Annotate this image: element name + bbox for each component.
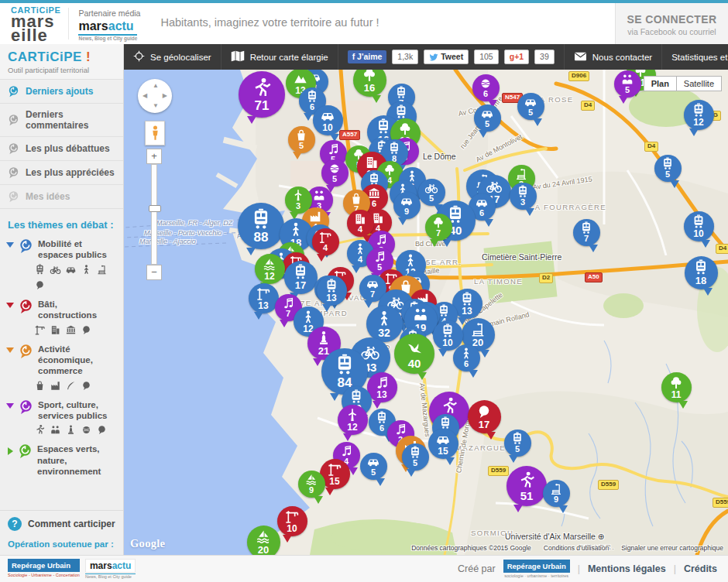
map-marker-ped[interactable]: 6	[453, 344, 480, 371]
speech-icon	[34, 279, 46, 291]
transit-icon	[393, 104, 409, 120]
runner-icon	[34, 424, 46, 436]
map-marker-transit[interactable]: 3	[510, 183, 537, 210]
map-marker-crane[interactable]: 10	[277, 506, 307, 536]
theme-item[interactable]: Activité économique, commerce	[0, 339, 123, 395]
google-logo: Google	[130, 537, 165, 550]
credits-link[interactable]: Crédits	[684, 563, 717, 574]
map-marker-car[interactable]: 9	[393, 192, 421, 219]
reperage-urbain-logo[interactable]: Repérage Urbain Sociologie - Urbanisme -…	[8, 559, 80, 577]
map-marker-tree[interactable]: 16	[353, 70, 386, 97]
zoom-in-button[interactable]: +	[146, 149, 162, 164]
stats-button[interactable]: Statistiques et listes	[662, 44, 728, 70]
pan-left-icon[interactable]: ◀	[143, 93, 147, 99]
map-marker-transit[interactable]: 5	[654, 155, 682, 182]
marsactu-logo[interactable]: marsactu News, Blog et City guide	[78, 20, 137, 42]
facebook-like-button[interactable]: f J'aime	[348, 50, 387, 63]
pan-down-icon[interactable]: ▼	[153, 103, 159, 109]
transit-icon	[691, 214, 706, 230]
map-marker-transit[interactable]: 5	[402, 443, 429, 471]
map-marker-transit[interactable]: 18	[685, 256, 718, 289]
map-marker-ball[interactable]: 6	[472, 74, 500, 101]
map-marker-runner[interactable]: 71	[239, 71, 285, 118]
map-marker-tree[interactable]: 11	[661, 372, 692, 402]
map-marker-transit[interactable]: 12	[684, 100, 714, 130]
statue-icon	[65, 424, 77, 436]
geolocate-button[interactable]: Se géolocaliser	[124, 44, 221, 70]
pan-right-icon[interactable]: ▶	[163, 93, 167, 99]
map-marker-wind[interactable]: 12	[338, 405, 368, 435]
theme-item[interactable]: Bâti, constructions	[0, 294, 123, 339]
map-marker-ped[interactable]: 32	[366, 306, 403, 342]
car-icon	[435, 432, 451, 447]
map-marker-car[interactable]: 10	[313, 105, 343, 135]
zoom-out-button[interactable]: −	[146, 265, 162, 280]
pan-control[interactable]: ▲ ▼ ◀ ▶	[138, 79, 172, 113]
map-attribution: Données cartographiques ©2015 Google Con…	[411, 544, 723, 552]
map-marker-transit[interactable]: 17	[284, 261, 318, 294]
sidebar-menu-item[interactable]: Derniers ajouts	[0, 79, 123, 103]
map-marker-tree[interactable]: 7	[425, 214, 452, 241]
map-marker-people[interactable]: 5	[614, 70, 641, 98]
theme-item[interactable]: Sport, culture, services publics	[0, 395, 123, 440]
tweet-button[interactable]: Tweet	[424, 50, 469, 64]
map-marker-water[interactable]: 12	[255, 254, 285, 284]
theme-bubble-icon	[19, 399, 33, 415]
sidebar-menu-item[interactable]: Mes idées	[0, 184, 123, 209]
map-marker-speech[interactable]: 17	[468, 400, 501, 433]
sidebar-menu-item[interactable]: Derniers commentaires	[0, 103, 123, 136]
chevron-down-icon[interactable]	[6, 242, 14, 248]
map-marker-car[interactable]: 5	[474, 104, 501, 132]
login-button[interactable]: SE CONNECTER via Facebook ou courriel	[615, 3, 728, 44]
map-marker-building[interactable]: 4	[347, 210, 374, 237]
map-marker-transit[interactable]: 10	[433, 320, 463, 351]
sidebar-logo[interactable]: CARTiCiPE ! Outil participatif territori…	[0, 44, 123, 79]
map-marker-car[interactable]: 15	[428, 429, 458, 459]
map-marker-bag[interactable]: 5	[288, 126, 315, 153]
map-marker-transit[interactable]: 13	[317, 276, 347, 306]
site-logo[interactable]: CARTiCiPE mars eille et provence	[0, 3, 68, 44]
contact-button[interactable]: Nous contacter	[565, 44, 662, 70]
terms-link[interactable]: Conditions d'utilisation	[544, 544, 609, 552]
map-marker-crane[interactable]: 4	[312, 228, 339, 255]
back-to-map-button[interactable]: Retour carte élargie	[221, 44, 338, 70]
theme-item[interactable]: Mobilité et espaces publics	[0, 234, 123, 294]
map-marker-crane[interactable]: 13	[249, 283, 279, 313]
map-marker-bike[interactable]: 5	[418, 179, 445, 206]
map-marker-street[interactable]: 9	[543, 480, 570, 507]
report-error-link[interactable]: Signaler une erreur cartographique	[621, 544, 723, 552]
map-marker-transit[interactable]: 10	[684, 211, 714, 241]
pan-up-icon[interactable]: ▲	[153, 83, 159, 89]
map-label: Université d'Aix Marseille ⊕	[505, 532, 605, 541]
map-marker-transit[interactable]: 7	[573, 219, 600, 246]
map-marker-water[interactable]: 9	[298, 471, 325, 498]
chevron-right-icon[interactable]	[8, 447, 13, 455]
zoom-slider-handle[interactable]	[149, 205, 161, 212]
zoom-track[interactable]	[151, 164, 157, 265]
road-shield: A557	[339, 130, 360, 140]
map-marker-water[interactable]: 20	[247, 526, 280, 556]
chevron-down-icon[interactable]	[6, 303, 14, 308]
map-marker-bird[interactable]: 40	[394, 334, 434, 374]
chevron-down-icon[interactable]	[6, 403, 14, 409]
map-type-satellite-button[interactable]: Satellite	[677, 76, 722, 91]
how-to-button[interactable]: ? Comment carticiper	[0, 510, 123, 537]
map-marker-car[interactable]: 5	[517, 93, 544, 120]
map-type-plan-button[interactable]: Plan	[644, 76, 677, 91]
map-marker-car[interactable]: 5	[360, 453, 387, 480]
map-marker-transit[interactable]: 5	[504, 430, 531, 457]
pegman-control[interactable]	[145, 121, 165, 146]
chevron-down-icon[interactable]	[6, 347, 14, 353]
sidebar-menu-item[interactable]: Les plus débattues	[0, 136, 123, 160]
legal-link[interactable]: Mentions légales	[588, 563, 666, 574]
map-marker-ball[interactable]: 5	[321, 159, 349, 187]
map-marker-runner[interactable]: 51	[507, 466, 547, 506]
map-viewport[interactable]: Le DômeAv Corotrue Jean-Paul SartreAv de…	[124, 70, 728, 555]
sidebar-menu-item[interactable]: Les plus appréciées	[0, 160, 123, 184]
theme-item[interactable]: Espaces verts, nature, environnement	[0, 439, 123, 478]
marsactu-footer-logo[interactable]: marsactu News, Blog et City guide	[85, 559, 136, 579]
gplus-button[interactable]: g+1	[504, 50, 529, 64]
map-marker-transit[interactable]: 88	[238, 203, 284, 249]
transit-icon	[691, 103, 706, 118]
footer-reperage-urbain-logo[interactable]: Repérage Urbain sociologie · urbanisme ·…	[503, 560, 570, 578]
